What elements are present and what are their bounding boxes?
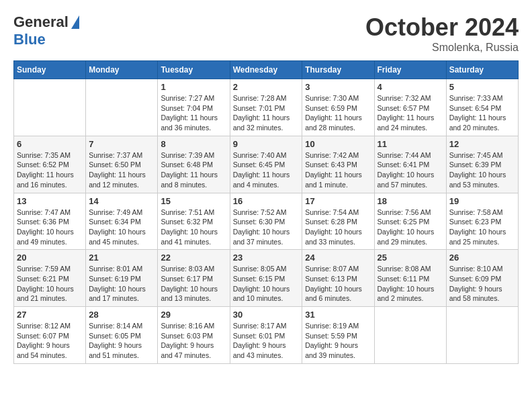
day-info: Sunrise: 7:30 AM Sunset: 6:59 PM Dayligh… [305,93,371,133]
day-number: 17 [305,196,371,206]
weekday-header-cell: Sunday [14,61,86,79]
day-number: 28 [89,310,154,320]
day-info: Sunrise: 7:45 AM Sunset: 6:39 PM Dayligh… [449,150,515,190]
calendar-cell: 19Sunrise: 7:58 AM Sunset: 6:23 PM Dayli… [446,193,518,250]
calendar-cell [14,79,86,136]
calendar-cell [374,307,446,364]
day-info: Sunrise: 7:33 AM Sunset: 6:54 PM Dayligh… [449,93,515,133]
day-info: Sunrise: 7:32 AM Sunset: 6:57 PM Dayligh… [378,93,443,133]
day-number: 8 [161,139,226,149]
month-title: October 2024 [365,13,519,42]
calendar-table: SundayMondayTuesdayWednesdayThursdayFrid… [13,60,519,364]
calendar-cell: 9Sunrise: 7:40 AM Sunset: 6:45 PM Daylig… [230,136,302,193]
calendar-cell: 21Sunrise: 8:01 AM Sunset: 6:19 PM Dayli… [86,250,158,307]
day-number: 22 [161,253,226,263]
day-info: Sunrise: 8:16 AM Sunset: 6:03 PM Dayligh… [161,321,226,361]
calendar-week-row: 27Sunrise: 8:12 AM Sunset: 6:07 PM Dayli… [14,307,519,364]
calendar-week-row: 6Sunrise: 7:35 AM Sunset: 6:52 PM Daylig… [14,136,519,193]
day-info: Sunrise: 7:35 AM Sunset: 6:52 PM Dayligh… [17,150,83,190]
day-number: 6 [17,139,83,149]
calendar-cell: 27Sunrise: 8:12 AM Sunset: 6:07 PM Dayli… [14,307,86,364]
logo-blue: Blue [13,31,46,48]
calendar-cell: 18Sunrise: 7:56 AM Sunset: 6:25 PM Dayli… [374,193,446,250]
day-number: 2 [233,82,300,92]
day-number: 5 [449,82,515,92]
weekday-header-cell: Tuesday [158,61,230,79]
calendar-cell: 25Sunrise: 8:08 AM Sunset: 6:11 PM Dayli… [374,250,446,307]
calendar-cell: 3Sunrise: 7:30 AM Sunset: 6:59 PM Daylig… [302,79,374,136]
calendar-week-row: 20Sunrise: 7:59 AM Sunset: 6:21 PM Dayli… [14,250,519,307]
day-number: 29 [161,310,226,320]
day-info: Sunrise: 7:56 AM Sunset: 6:25 PM Dayligh… [378,208,443,247]
day-number: 16 [233,196,300,206]
weekday-header-cell: Friday [374,61,446,79]
day-info: Sunrise: 7:37 AM Sunset: 6:50 PM Dayligh… [89,150,154,190]
day-info: Sunrise: 8:12 AM Sunset: 6:07 PM Dayligh… [17,321,83,361]
day-info: Sunrise: 7:40 AM Sunset: 6:45 PM Dayligh… [233,150,300,190]
day-info: Sunrise: 7:54 AM Sunset: 6:28 PM Dayligh… [305,208,371,247]
title-area: October 2024 Smolenka, Russia [365,13,519,54]
calendar-cell: 23Sunrise: 8:05 AM Sunset: 6:15 PM Dayli… [230,250,302,307]
day-number: 12 [449,139,515,149]
day-info: Sunrise: 7:52 AM Sunset: 6:30 PM Dayligh… [233,208,300,247]
day-number: 1 [161,82,226,92]
day-info: Sunrise: 8:07 AM Sunset: 6:13 PM Dayligh… [305,264,371,304]
calendar-cell: 7Sunrise: 7:37 AM Sunset: 6:50 PM Daylig… [86,136,158,193]
calendar-cell: 1Sunrise: 7:27 AM Sunset: 7:04 PM Daylig… [158,79,230,136]
day-number: 13 [17,196,83,206]
day-number: 18 [378,196,443,206]
day-number: 27 [17,310,83,320]
day-info: Sunrise: 7:59 AM Sunset: 6:21 PM Dayligh… [17,264,83,304]
calendar-cell: 6Sunrise: 7:35 AM Sunset: 6:52 PM Daylig… [14,136,86,193]
calendar-cell [86,79,158,136]
weekday-header-cell: Saturday [446,61,518,79]
day-info: Sunrise: 8:08 AM Sunset: 6:11 PM Dayligh… [378,264,443,304]
day-info: Sunrise: 8:17 AM Sunset: 6:01 PM Dayligh… [233,321,300,361]
day-info: Sunrise: 7:27 AM Sunset: 7:04 PM Dayligh… [161,93,226,133]
day-number: 9 [233,139,300,149]
calendar-cell: 4Sunrise: 7:32 AM Sunset: 6:57 PM Daylig… [374,79,446,136]
day-info: Sunrise: 8:10 AM Sunset: 6:09 PM Dayligh… [449,264,515,304]
weekday-header-row: SundayMondayTuesdayWednesdayThursdayFrid… [14,61,519,79]
day-number: 20 [17,253,83,263]
day-info: Sunrise: 7:49 AM Sunset: 6:34 PM Dayligh… [89,208,154,247]
calendar-cell: 28Sunrise: 8:14 AM Sunset: 6:05 PM Dayli… [86,307,158,364]
logo: General Blue [13,13,79,48]
day-info: Sunrise: 8:19 AM Sunset: 5:59 PM Dayligh… [305,321,371,361]
calendar-cell: 10Sunrise: 7:42 AM Sunset: 6:43 PM Dayli… [302,136,374,193]
day-number: 31 [305,310,371,320]
page-header: General Blue October 2024 Smolenka, Russ… [13,13,519,54]
location-title: Smolenka, Russia [365,42,519,54]
day-number: 4 [378,82,443,92]
calendar-cell: 8Sunrise: 7:39 AM Sunset: 6:48 PM Daylig… [158,136,230,193]
calendar-cell: 31Sunrise: 8:19 AM Sunset: 5:59 PM Dayli… [302,307,374,364]
day-number: 15 [161,196,226,206]
day-info: Sunrise: 7:39 AM Sunset: 6:48 PM Dayligh… [161,150,226,190]
weekday-header-cell: Thursday [302,61,374,79]
day-number: 10 [305,139,371,149]
calendar-cell: 2Sunrise: 7:28 AM Sunset: 7:01 PM Daylig… [230,79,302,136]
weekday-header-cell: Wednesday [230,61,302,79]
calendar-cell: 13Sunrise: 7:47 AM Sunset: 6:36 PM Dayli… [14,193,86,250]
calendar-cell: 20Sunrise: 7:59 AM Sunset: 6:21 PM Dayli… [14,250,86,307]
calendar-week-row: 13Sunrise: 7:47 AM Sunset: 6:36 PM Dayli… [14,193,519,250]
day-number: 23 [233,253,300,263]
day-number: 11 [378,139,443,149]
day-number: 24 [305,253,371,263]
logo-general: General [13,13,69,31]
calendar-cell: 15Sunrise: 7:51 AM Sunset: 6:32 PM Dayli… [158,193,230,250]
day-info: Sunrise: 7:28 AM Sunset: 7:01 PM Dayligh… [233,93,300,133]
day-info: Sunrise: 7:51 AM Sunset: 6:32 PM Dayligh… [161,208,226,247]
day-number: 30 [233,310,300,320]
day-info: Sunrise: 8:14 AM Sunset: 6:05 PM Dayligh… [89,321,154,361]
day-number: 3 [305,82,371,92]
day-number: 25 [378,253,443,263]
calendar-cell: 16Sunrise: 7:52 AM Sunset: 6:30 PM Dayli… [230,193,302,250]
day-info: Sunrise: 8:03 AM Sunset: 6:17 PM Dayligh… [161,264,226,304]
day-number: 26 [449,253,515,263]
day-info: Sunrise: 7:47 AM Sunset: 6:36 PM Dayligh… [17,208,83,247]
logo-triangle-icon [71,15,79,29]
day-number: 19 [449,196,515,206]
day-number: 14 [89,196,154,206]
calendar-week-row: 1Sunrise: 7:27 AM Sunset: 7:04 PM Daylig… [14,79,519,136]
